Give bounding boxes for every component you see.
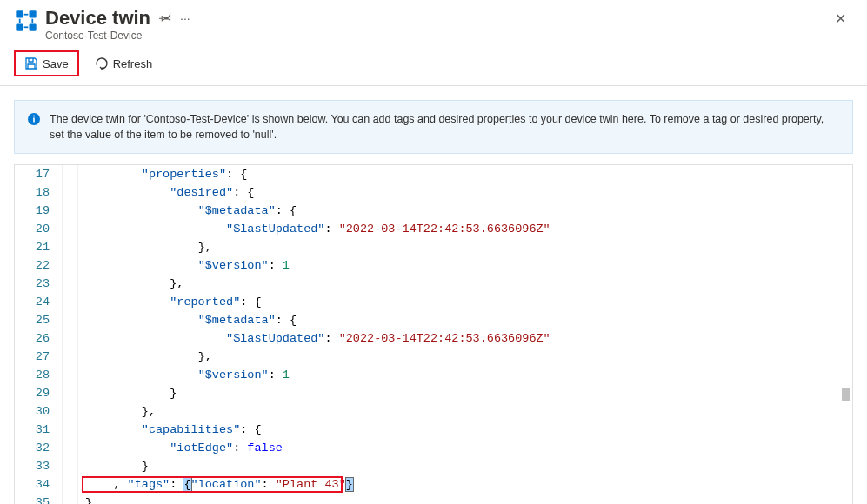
svg-rect-2 [16, 24, 23, 31]
refresh-label: Refresh [113, 57, 153, 70]
svg-rect-7 [31, 19, 33, 23]
save-highlight-box: Save [14, 50, 79, 76]
code-content[interactable]: "$lastUpdated": "2022-03-14T22:42:53.663… [78, 220, 852, 238]
code-line[interactable]: 25 "$metadata": { [15, 311, 852, 329]
info-banner: The device twin for 'Contoso-Test-Device… [14, 100, 853, 154]
code-line[interactable]: 32 "iotEdge": false [15, 439, 852, 457]
line-number: 28 [15, 366, 63, 384]
close-button[interactable]: ✕ [828, 7, 853, 30]
refresh-button[interactable]: Refresh [90, 54, 158, 73]
code-content[interactable]: "$version": 1 [78, 256, 852, 275]
page-title: Device twin [45, 7, 150, 30]
code-line[interactable]: 23 }, [15, 275, 852, 293]
page-subtitle: Contoso-Test-Device [45, 30, 828, 42]
code-content[interactable]: "$metadata": { [78, 311, 852, 329]
code-line[interactable]: 34 , "tags": {"location": "Plant 43"} [15, 475, 852, 494]
code-content[interactable]: }, [78, 348, 852, 366]
fold-gutter [63, 220, 78, 238]
line-number: 24 [15, 293, 63, 311]
code-content[interactable]: "desired": { [78, 183, 852, 202]
code-content[interactable]: "capabilities": { [78, 421, 852, 439]
fold-gutter [63, 183, 78, 202]
fold-gutter [63, 475, 78, 494]
fold-gutter [63, 439, 78, 457]
code-line[interactable]: 19 "$metadata": { [15, 202, 852, 220]
fold-gutter [63, 402, 78, 421]
line-number: 25 [15, 311, 63, 329]
line-number: 19 [15, 202, 63, 220]
save-icon [24, 56, 38, 70]
code-content[interactable]: } [78, 384, 852, 402]
fold-gutter [63, 293, 78, 311]
line-number: 22 [15, 256, 63, 275]
code-line[interactable]: 20 "$lastUpdated": "2022-03-14T22:42:53.… [15, 220, 852, 238]
line-number: 18 [15, 183, 63, 202]
fold-gutter [63, 202, 78, 220]
line-number: 27 [15, 348, 63, 366]
fold-gutter [63, 311, 78, 329]
svg-rect-3 [30, 24, 37, 31]
scrollbar-thumb[interactable] [842, 388, 850, 401]
line-number: 23 [15, 275, 63, 293]
code-content[interactable]: "$metadata": { [78, 202, 852, 220]
svg-rect-5 [24, 26, 29, 28]
line-number: 17 [15, 165, 63, 183]
code-line[interactable]: 30 }, [15, 402, 852, 421]
code-line[interactable]: 27 }, [15, 348, 852, 366]
code-line[interactable]: 31 "capabilities": { [15, 421, 852, 439]
code-content[interactable]: "properties": { [78, 165, 852, 183]
svg-rect-4 [24, 14, 29, 16]
info-text: The device twin for 'Contoso-Test-Device… [50, 111, 840, 143]
code-line[interactable]: 21 }, [15, 238, 852, 256]
code-content[interactable]: "reported": { [78, 293, 852, 311]
code-line[interactable]: 26 "$lastUpdated": "2022-03-14T22:42:53.… [15, 329, 852, 348]
svg-rect-6 [19, 19, 21, 23]
code-content[interactable]: "$version": 1 [78, 366, 852, 384]
code-line[interactable]: 22 "$version": 1 [15, 256, 852, 275]
code-line[interactable]: 33 } [15, 457, 852, 475]
line-number: 35 [15, 494, 63, 504]
scrollbar-track[interactable] [840, 164, 852, 504]
line-number: 32 [15, 439, 63, 457]
svg-rect-0 [16, 10, 23, 17]
code-content[interactable]: }, [78, 402, 852, 421]
code-content[interactable]: , "tags": {"location": "Plant 43"} [78, 475, 852, 494]
code-line[interactable]: 18 "desired": { [15, 183, 852, 202]
fold-gutter [63, 165, 78, 183]
line-number: 34 [15, 475, 63, 494]
svg-rect-10 [33, 118, 35, 123]
line-number: 26 [15, 329, 63, 348]
page-header: Device twin ··· Contoso-Test-Device ✕ [0, 0, 867, 47]
fold-gutter [63, 494, 78, 504]
code-editor[interactable]: 17 "properties": {18 "desired": {19 "$me… [14, 164, 853, 504]
fold-gutter [63, 421, 78, 439]
fold-gutter [63, 238, 78, 256]
line-number: 33 [15, 457, 63, 475]
more-icon[interactable]: ··· [180, 11, 190, 25]
highlight-box [82, 476, 343, 493]
code-line[interactable]: 29 } [15, 384, 852, 402]
code-line[interactable]: 28 "$version": 1 [15, 366, 852, 384]
code-content[interactable]: } [78, 457, 852, 475]
svg-rect-1 [30, 10, 37, 17]
code-line[interactable]: 35} [15, 494, 852, 504]
fold-gutter [63, 348, 78, 366]
code-content[interactable]: } [78, 494, 852, 504]
device-twin-icon [14, 9, 38, 33]
code-content[interactable]: "$lastUpdated": "2022-03-14T22:42:53.663… [78, 329, 852, 348]
fold-gutter [63, 366, 78, 384]
line-number: 30 [15, 402, 63, 421]
code-line[interactable]: 17 "properties": { [15, 165, 852, 183]
save-label: Save [43, 57, 69, 70]
code-line[interactable]: 24 "reported": { [15, 293, 852, 311]
code-content[interactable]: }, [78, 275, 852, 293]
fold-gutter [63, 457, 78, 475]
save-button[interactable]: Save [19, 54, 74, 73]
line-number: 20 [15, 220, 63, 238]
info-icon [27, 112, 41, 126]
line-number: 31 [15, 421, 63, 439]
code-content[interactable]: "iotEdge": false [78, 439, 852, 457]
code-content[interactable]: }, [78, 238, 852, 256]
fold-gutter [63, 329, 78, 348]
pin-icon[interactable] [159, 11, 171, 26]
